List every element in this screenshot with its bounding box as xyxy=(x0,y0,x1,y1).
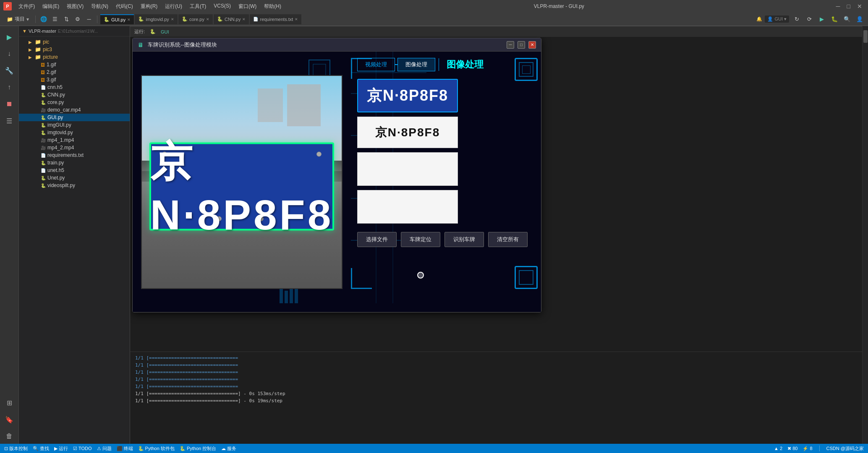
scroll-thumb[interactable] xyxy=(863,30,868,43)
select-file-button[interactable]: 选择文件 xyxy=(357,232,397,247)
refresh-btn[interactable]: ↻ xyxy=(792,14,802,24)
tree-file-corepy[interactable]: 🐍 core.py xyxy=(19,99,130,106)
status-errors[interactable]: ✖ 80 xyxy=(787,446,797,451)
minimize-button[interactable]: ─ xyxy=(834,3,843,10)
tree-file-mp41[interactable]: 🎥 mp4_1.mp4 xyxy=(19,136,130,144)
debug-btn[interactable]: 🐛 xyxy=(829,14,839,24)
menu-view[interactable]: 视图(V) xyxy=(63,2,87,11)
status-run-control[interactable]: ⊡ 版本控制 xyxy=(4,445,28,452)
menu-navigate[interactable]: 导航(N) xyxy=(88,2,112,11)
status-run[interactable]: ▶ 运行 xyxy=(54,445,68,452)
tree-file-uneth5[interactable]: 📄 unet.h5 xyxy=(19,167,130,174)
project-dropdown-icon[interactable]: ▾ xyxy=(26,16,29,22)
tree-file-1gif[interactable]: 🖼 1.gif xyxy=(19,61,130,68)
tree-folder-pic[interactable]: ▶ 📁 pic xyxy=(19,38,130,46)
tree-file-requirements[interactable]: 📄 requirements.txt xyxy=(19,151,130,159)
video-tab[interactable]: 视频处理 xyxy=(357,58,395,71)
tree-file-cnnpy[interactable]: 🐍 CNN.py xyxy=(19,91,130,99)
tree-file-imgtovidpy[interactable]: 🐍 imgtovid.py xyxy=(19,129,130,136)
stop-action-btn[interactable]: ⏹ xyxy=(2,96,17,112)
toolbar-separator-1 xyxy=(35,16,36,23)
tab-imgtovid-close[interactable]: ✕ xyxy=(171,17,174,21)
toolbar-global-btn[interactable]: 🌐 xyxy=(39,14,49,24)
mp4-icon-3: 🎥 xyxy=(41,146,46,150)
menu-refactor[interactable]: 重构(R) xyxy=(137,2,161,11)
trash-action-btn[interactable]: 🗑 xyxy=(2,429,17,444)
status-services[interactable]: ☁ 服务 xyxy=(221,445,236,452)
console-line-4: 1/1 [================================ xyxy=(135,377,857,382)
notification-icon[interactable]: 🔔 xyxy=(756,16,762,22)
tree-file-unetpy[interactable]: 🐍 Unet.py xyxy=(19,174,130,182)
menu-run[interactable]: 运行(U) xyxy=(162,2,186,11)
tab-cnn-close[interactable]: ✕ xyxy=(242,17,246,21)
locate-plate-button[interactable]: 车牌定位 xyxy=(401,232,440,247)
recognize-plate-button[interactable]: 识别车牌 xyxy=(444,232,484,247)
status-terminal[interactable]: ⬛ 终端 xyxy=(117,445,133,452)
list-action-btn[interactable]: ☰ xyxy=(2,113,17,128)
status-todo[interactable]: ☑ TODO xyxy=(73,446,92,451)
status-warnings[interactable]: ▲ 2 xyxy=(774,446,782,451)
menu-vcs[interactable]: VCS(S) xyxy=(210,2,234,11)
wrench-action-btn[interactable]: 🔧 xyxy=(2,63,17,78)
app-minimize-btn[interactable]: ─ xyxy=(507,41,514,49)
tab-requirements[interactable]: 📄 requirements.txt ✕ xyxy=(250,14,301,24)
tree-file-videospiltpy[interactable]: 🐍 videospilt.py xyxy=(19,182,130,189)
tab-requirements-close[interactable]: ✕ xyxy=(295,17,298,21)
account-btn[interactable]: 👤 GUI ▾ xyxy=(765,16,789,23)
menu-help[interactable]: 帮助(H) xyxy=(261,2,285,11)
grid-action-btn[interactable]: ⊞ xyxy=(2,395,17,410)
up-action-btn[interactable]: ↑ xyxy=(2,80,17,95)
tree-file-imgguipy[interactable]: 🐍 imgGUI.py xyxy=(19,121,130,129)
menu-edit[interactable]: 编辑(E) xyxy=(39,2,63,11)
app-close-btn[interactable]: ✕ xyxy=(528,41,536,49)
status-python-pkg[interactable]: 🐍 Python 软件包 xyxy=(138,445,175,452)
status-python-console[interactable]: 🐍 Python 控制台 xyxy=(180,445,216,452)
tree-file-2gif[interactable]: 🖼 2.gif xyxy=(19,68,130,76)
run-action-btn[interactable]: ▶ xyxy=(2,29,17,44)
sync-btn[interactable]: ⟳ xyxy=(804,14,814,24)
tree-file-3gif[interactable]: 🖼 3.gif xyxy=(19,76,130,83)
tree-file-guipy[interactable]: 🐍 GUI.py xyxy=(19,114,130,121)
tab-gui-py-close[interactable]: ✕ xyxy=(127,18,131,22)
toolbar-minus-btn[interactable]: ─ xyxy=(84,14,94,24)
car-image-container: 京N·8P8F8 xyxy=(141,75,342,289)
image-tab[interactable]: 图像处理 xyxy=(397,58,435,71)
tab-core[interactable]: 🐍 core.py ✕ xyxy=(178,14,213,24)
maximize-button[interactable]: □ xyxy=(844,3,853,10)
tab-requirements-label: requirements.txt xyxy=(260,17,293,22)
close-button[interactable]: ✕ xyxy=(855,3,865,10)
tree-folder-picture[interactable]: ▶ 📁 picture xyxy=(19,53,130,61)
status-info[interactable]: ⚡ 8 xyxy=(803,446,812,451)
toolbar-list-btn[interactable]: ☰ xyxy=(50,14,60,24)
file-tree: ▶ 📁 pic ▶ 📁 pic3 ▶ 📁 xyxy=(19,36,130,444)
tree-file-cnnh5[interactable]: 📄 cnn.h5 xyxy=(19,83,130,91)
tab-gui-py-label: GUI.py xyxy=(111,17,125,22)
file-videospiltpy-label: videospilt.py xyxy=(47,182,75,188)
status-search[interactable]: 🔍 查找 xyxy=(33,445,49,452)
tab-gui-py[interactable]: 🐍 GUI.py ✕ xyxy=(100,14,134,24)
tree-folder-pic3[interactable]: ▶ 📁 pic3 xyxy=(19,46,130,53)
tab-imgtovid[interactable]: 🐍 imgtovid.py ✕ xyxy=(135,14,178,24)
tree-file-demomp4[interactable]: 🎥 demo_car.mp4 xyxy=(19,106,130,114)
app-restore-btn[interactable]: □ xyxy=(518,41,525,49)
toolbar-settings-btn[interactable]: ⚙ xyxy=(73,14,83,24)
profile-btn[interactable]: 👤 xyxy=(855,14,865,24)
play-btn[interactable]: ▶ xyxy=(817,14,827,24)
console-final-2: 1/1 [================================] -… xyxy=(135,398,282,404)
tab-cnn[interactable]: 🐍 CNN.py ✕ xyxy=(214,14,249,24)
search-btn[interactable]: 🔍 xyxy=(842,14,852,24)
menu-file[interactable]: 文件(F) xyxy=(15,2,38,11)
status-csdn[interactable]: CSDN @源码之家 xyxy=(826,445,864,452)
tree-file-trainpy[interactable]: 🐍 train.py xyxy=(19,159,130,167)
toolbar-sort-btn[interactable]: ⇅ xyxy=(61,14,71,24)
status-issues[interactable]: ⚠ 问题 xyxy=(97,445,112,452)
menu-tools[interactable]: 工具(T) xyxy=(186,2,209,11)
tab-core-close[interactable]: ✕ xyxy=(206,17,209,21)
clear-all-button[interactable]: 清空所有 xyxy=(488,232,528,247)
menu-code[interactable]: 代码(C) xyxy=(112,2,136,11)
bookmark-action-btn[interactable]: 🔖 xyxy=(2,412,17,427)
csdn-label: CSDN @源码之家 xyxy=(826,445,864,452)
tree-file-mp42[interactable]: 🎥 mp4_2.mp4 xyxy=(19,144,130,151)
down-action-btn[interactable]: ↓ xyxy=(2,46,17,61)
menu-window[interactable]: 窗口(W) xyxy=(235,2,260,11)
